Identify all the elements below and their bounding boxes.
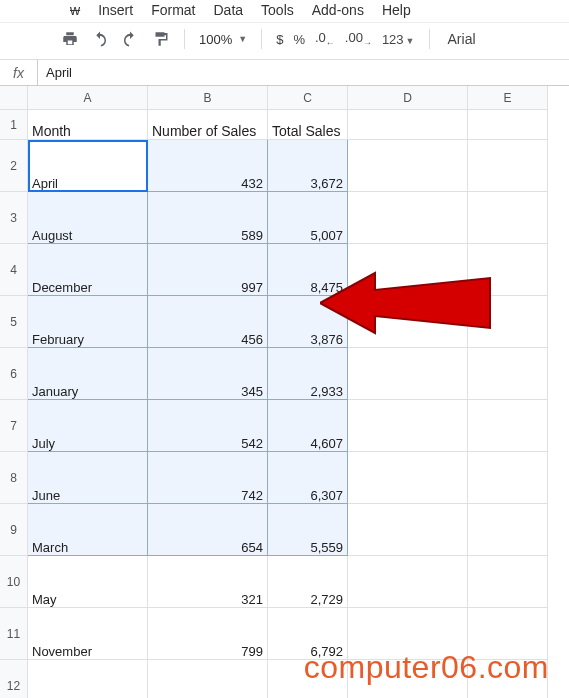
col-header-c[interactable]: C <box>268 86 348 110</box>
cell[interactable]: 4,607 <box>268 400 348 452</box>
row-header[interactable]: 11 <box>0 608 28 660</box>
paint-format-icon[interactable] <box>150 29 170 49</box>
cell[interactable] <box>348 504 468 556</box>
cell[interactable]: 2,933 <box>268 348 348 400</box>
cell[interactable]: 5,007 <box>268 192 348 244</box>
cell-c1[interactable]: Total Sales <box>268 110 348 140</box>
cell[interactable] <box>468 504 548 556</box>
menu-item[interactable]: w <box>70 2 80 18</box>
row-header[interactable]: 4 <box>0 244 28 296</box>
cell-b1[interactable]: Number of Sales <box>148 110 268 140</box>
cell-a2[interactable]: April <box>28 140 148 192</box>
cell[interactable]: 3,876 <box>268 296 348 348</box>
cell-e1[interactable] <box>468 110 548 140</box>
menu-item-tools[interactable]: Tools <box>261 2 294 18</box>
cell[interactable] <box>468 140 548 192</box>
cell[interactable] <box>348 452 468 504</box>
formula-input[interactable]: April <box>38 60 569 85</box>
row-header[interactable]: 12 <box>0 660 28 698</box>
cell[interactable] <box>348 348 468 400</box>
cell-a1[interactable]: Month <box>28 110 148 140</box>
row-header[interactable]: 5 <box>0 296 28 348</box>
cell[interactable]: 799 <box>148 608 268 660</box>
cell[interactable]: 345 <box>148 348 268 400</box>
cell[interactable]: January <box>28 348 148 400</box>
menu-item-help[interactable]: Help <box>382 2 411 18</box>
row-header[interactable]: 7 <box>0 400 28 452</box>
undo-icon[interactable] <box>90 29 110 49</box>
cell[interactable]: 456 <box>148 296 268 348</box>
redo-icon[interactable] <box>120 29 140 49</box>
cell[interactable]: February <box>28 296 148 348</box>
increase-decimal-button[interactable]: .00→ <box>345 30 372 48</box>
cell[interactable] <box>348 556 468 608</box>
cell[interactable]: December <box>28 244 148 296</box>
cell[interactable]: 542 <box>148 400 268 452</box>
row-header[interactable]: 3 <box>0 192 28 244</box>
percent-button[interactable]: % <box>293 32 305 47</box>
menu-item-format[interactable]: Format <box>151 2 195 18</box>
cell[interactable]: 589 <box>148 192 268 244</box>
cell[interactable]: June <box>28 452 148 504</box>
cell[interactable]: May <box>28 556 148 608</box>
cell[interactable]: 5,559 <box>268 504 348 556</box>
cell[interactable] <box>348 140 468 192</box>
menu-item-data[interactable]: Data <box>213 2 243 18</box>
cell[interactable]: 321 <box>148 556 268 608</box>
zoom-value: 100% <box>199 32 232 47</box>
menu-item-addons[interactable]: Add-ons <box>312 2 364 18</box>
col-header-b[interactable]: B <box>148 86 268 110</box>
cell[interactable]: 6,307 <box>268 452 348 504</box>
cell[interactable]: 8,475 <box>268 244 348 296</box>
watermark-text: computer06.com <box>304 649 549 686</box>
cell[interactable] <box>468 556 548 608</box>
col-header-a[interactable]: A <box>28 86 148 110</box>
cell[interactable] <box>348 192 468 244</box>
cell[interactable] <box>468 244 548 296</box>
print-icon[interactable] <box>60 29 80 49</box>
spreadsheet-grid[interactable]: A B C D E 1 Month Number of Sales Total … <box>0 86 569 698</box>
fx-label: fx <box>0 60 38 85</box>
zoom-dropdown[interactable]: 100%▼ <box>199 32 247 47</box>
select-all-corner[interactable] <box>0 86 28 110</box>
row-header[interactable]: 10 <box>0 556 28 608</box>
cell[interactable]: July <box>28 400 148 452</box>
decrease-decimal-button[interactable]: .0← <box>315 30 335 48</box>
more-formats-dropdown[interactable]: 123▼ <box>382 32 415 47</box>
menu-item-insert[interactable]: Insert <box>98 2 133 18</box>
cell[interactable]: March <box>28 504 148 556</box>
formula-bar: fx April <box>0 60 569 86</box>
row-header[interactable]: 8 <box>0 452 28 504</box>
cell[interactable]: 692 <box>148 660 268 698</box>
font-family-dropdown[interactable]: Arial <box>444 31 476 47</box>
col-header-e[interactable]: E <box>468 86 548 110</box>
cell[interactable] <box>348 400 468 452</box>
col-header-d[interactable]: D <box>348 86 468 110</box>
row-header[interactable]: 1 <box>0 110 28 140</box>
cell[interactable]: October <box>28 660 148 698</box>
cell[interactable]: August <box>28 192 148 244</box>
cell-c2[interactable]: 3,672 <box>268 140 348 192</box>
chevron-down-icon: ▼ <box>238 34 247 44</box>
cell[interactable] <box>468 192 548 244</box>
cell-d1[interactable] <box>348 110 468 140</box>
cell[interactable]: 654 <box>148 504 268 556</box>
currency-button[interactable]: $ <box>276 32 283 47</box>
cell-b2[interactable]: 432 <box>148 140 268 192</box>
cell[interactable]: 742 <box>148 452 268 504</box>
cell[interactable] <box>468 296 548 348</box>
row-header[interactable]: 2 <box>0 140 28 192</box>
cell[interactable] <box>348 296 468 348</box>
row-header[interactable]: 6 <box>0 348 28 400</box>
cell[interactable]: 2,729 <box>268 556 348 608</box>
cell[interactable]: 997 <box>148 244 268 296</box>
row-header[interactable]: 9 <box>0 504 28 556</box>
menu-bar: w Insert Format Data Tools Add-ons Help <box>0 0 569 23</box>
cell[interactable] <box>468 452 548 504</box>
cell[interactable] <box>468 400 548 452</box>
toolbar: 100%▼ $ % .0← .00→ 123▼ Arial <box>0 23 569 60</box>
cell[interactable] <box>348 244 468 296</box>
cell[interactable] <box>468 348 548 400</box>
cell[interactable]: November <box>28 608 148 660</box>
